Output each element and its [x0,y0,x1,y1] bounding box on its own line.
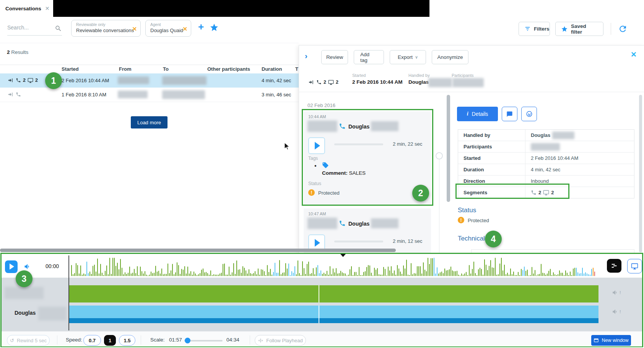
player-play-button[interactable] [5,260,18,273]
col-other-participants[interactable]: Other participants [207,66,250,72]
details-label: Details [472,111,488,117]
screen-icon [28,78,33,83]
screen-icon [328,80,334,85]
load-more-button[interactable]: Load more [131,116,168,128]
track-view-button[interactable] [607,259,621,273]
export-label: Export [398,54,413,60]
segment-progress-bar[interactable] [334,143,383,145]
favorite-star-icon[interactable] [210,23,219,32]
filter-chip-agent[interactable]: Agent Douglas Quaid ✕ [145,20,191,37]
cell-duration: 3 min, 46 sec [262,92,291,98]
table-row[interactable]: 1 Feb 2016 8:10 AM 3 min, 46 sec [0,88,299,102]
agent-audio-track[interactable] [68,306,598,318]
phone-icon [316,80,322,85]
track-mute-icon[interactable]: ! [612,308,621,315]
scale-label: Scale: [150,337,165,343]
segment-card[interactable]: 10:44 AM Douglas 2 min, 22 sec Tags • Co… [304,111,431,205]
controls-divider [57,335,57,345]
cell-started: 1 Feb 2016 8:10 AM [62,92,106,98]
conversation-meta-icons: 2 2 [308,79,338,85]
new-window-label: New window [602,338,628,343]
chip-remove-icon[interactable]: ✕ [182,26,187,33]
speed-0.7-button[interactable]: 0.7 [83,335,101,346]
volume-icon[interactable] [24,263,31,270]
status-heading: Status [458,207,476,214]
tags-label: Tags [308,156,318,161]
media-player: 00:00 Douglas ! ! ↺ Rewind 5 sec Speed: [0,253,643,347]
new-window-button[interactable]: New window [591,335,631,346]
horizontal-scrollbar[interactable] [0,249,396,252]
anonymize-button[interactable]: Anonymize [432,50,468,64]
tab-conversations[interactable]: Conversations ✕ [0,0,53,17]
sentiment-button[interactable] [521,107,537,121]
toolbar-separator [0,43,299,43]
row-label: Handled by [458,130,525,141]
redacted-track-label [38,307,67,320]
tracks-area: Douglas ! ! [2,278,642,331]
comment-value: SALES [349,170,366,176]
export-button[interactable]: Export ∨ [390,50,426,64]
playhead-marker-icon[interactable] [340,254,346,257]
playhead-line[interactable] [68,255,69,330]
col-duration[interactable]: Duration [262,66,282,72]
phone-icon [339,123,346,130]
segment-duration: 2 min, 12 sec [393,238,422,244]
col-truncated[interactable]: T [295,66,298,72]
speed-1-button[interactable]: 1 [104,335,116,346]
table-header: Started From To Other participants Durat… [0,65,299,74]
speed-1.5-button[interactable]: 1.5 [119,335,135,346]
tag-icon [322,162,329,169]
search-input[interactable] [7,22,52,33]
comment-label: Comment: [322,170,348,176]
row-value: 2 Feb 2016 10:44 AM [525,153,578,164]
col-started[interactable]: Started [62,66,79,72]
table-row: Participants [458,141,634,153]
segment-time: 10:44 AM [308,114,326,119]
col-from[interactable]: From [119,66,132,72]
filter-icon [524,26,531,32]
segment-card[interactable]: 10:47 AM Douglas 2 min, 12 sec [304,208,431,253]
timeline-scrollbar[interactable] [447,95,450,202]
col-to[interactable]: To [163,66,169,72]
details-button[interactable]: i Details [457,107,498,121]
collapse-pane-icon[interactable]: › [305,51,307,60]
scale-slider-knob[interactable] [185,338,190,343]
row-value: 4 min, 42 sec [525,164,560,175]
screen-recording-button[interactable] [627,259,642,273]
customer-audio-track[interactable] [68,285,598,302]
track-mute-icon[interactable]: ! [612,289,621,296]
segment-gap [319,285,319,302]
follow-playhead-button[interactable]: Follow Playhead [255,335,306,346]
filters-button[interactable]: Filters [519,22,550,36]
refresh-icon[interactable] [618,24,628,34]
table-row: Direction Inbound [458,176,634,187]
segment-agent: Douglas [348,124,369,130]
row-label: Participants [458,141,525,152]
redacted-caller [307,120,337,132]
close-detail-icon[interactable]: ✕ [631,50,637,59]
filter-chip-reviewable[interactable]: Reviewable only Reviewable conversations… [71,20,141,37]
row-label: Started [458,153,525,164]
cell-duration: 4 min, 42 sec [262,78,291,83]
chip-remove-icon[interactable]: ✕ [132,26,137,33]
agent-screen-track[interactable] [68,318,598,323]
pane-resize-handle[interactable] [436,152,443,159]
controls-divider [250,335,250,345]
comments-button[interactable] [502,107,517,121]
segment-progress-bar[interactable] [334,241,383,242]
review-button[interactable]: Review [321,50,348,64]
track-label-agent: Douglas [15,310,36,316]
details-scrollbar[interactable] [639,95,642,252]
rewind-button[interactable]: ↺ Rewind 5 sec [7,335,50,346]
timeline-date: 02 Feb 2016 [307,102,335,108]
add-tag-button[interactable]: Add tag [354,50,384,64]
overview-waveform[interactable] [71,256,597,276]
results-count: 2 Results [7,49,28,55]
add-filter-button[interactable]: + [198,23,204,31]
tab-close-icon[interactable]: ✕ [45,5,50,11]
redacted-agent-surname [428,78,452,87]
tab-bar: Conversations ✕ [0,0,644,17]
segment-play-button[interactable] [308,137,325,154]
scale-max-value: 04:34 [226,337,239,343]
saved-filter-button[interactable]: Saved filter [555,22,603,36]
